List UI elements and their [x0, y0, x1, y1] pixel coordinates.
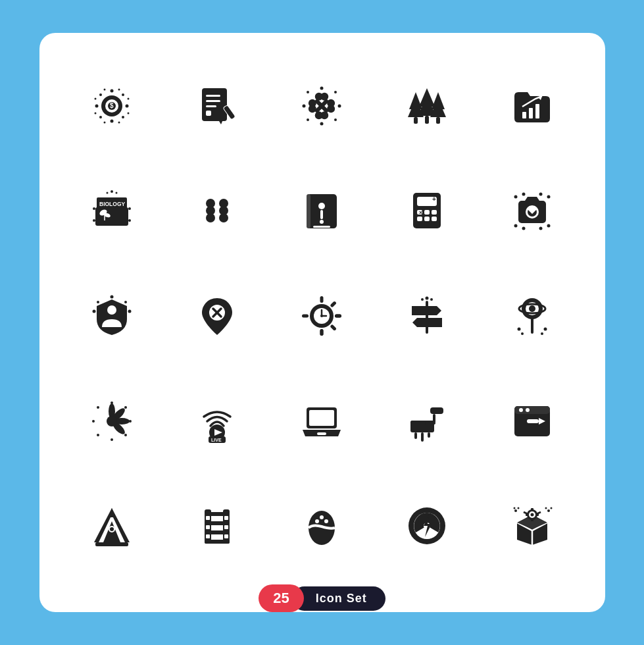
svg-point-98 — [539, 193, 542, 196]
svg-point-144 — [111, 401, 113, 404]
icon-nuclear-bolt — [380, 479, 474, 573]
svg-rect-78 — [307, 194, 310, 228]
icon-gear-clock — [276, 269, 369, 363]
svg-point-7 — [126, 104, 129, 107]
svg-rect-164 — [414, 432, 417, 439]
icon-camera-heart — [485, 165, 579, 258]
svg-point-106 — [128, 310, 132, 313]
svg-point-146 — [92, 420, 95, 423]
icon-planet-lollipop — [485, 269, 579, 363]
main-card: $ — [39, 33, 605, 612]
icon-easter-egg — [276, 479, 369, 573]
svg-point-136 — [521, 332, 524, 335]
svg-point-208 — [514, 509, 517, 512]
svg-rect-161 — [430, 407, 443, 414]
svg-point-81 — [320, 220, 324, 224]
svg-point-8 — [99, 93, 102, 96]
svg-rect-206 — [526, 513, 528, 516]
svg-point-9 — [122, 93, 124, 96]
svg-rect-24 — [206, 111, 211, 116]
svg-rect-182 — [205, 512, 230, 516]
icon-signpost — [380, 269, 474, 363]
svg-rect-207 — [536, 513, 539, 516]
svg-rect-21 — [206, 95, 220, 97]
svg-point-203 — [530, 513, 533, 517]
svg-point-138 — [541, 332, 543, 335]
svg-rect-50 — [425, 116, 429, 124]
svg-point-133 — [529, 305, 535, 312]
svg-rect-58 — [95, 207, 128, 226]
svg-point-211 — [547, 509, 550, 512]
svg-point-5 — [111, 119, 114, 122]
svg-point-137 — [543, 328, 547, 331]
svg-rect-54 — [522, 112, 526, 118]
svg-rect-165 — [421, 432, 424, 442]
badge-bar: 25 Icon Set — [259, 584, 385, 612]
svg-point-105 — [93, 310, 96, 313]
svg-point-209 — [517, 507, 519, 509]
svg-point-75 — [206, 213, 215, 222]
svg-rect-82 — [313, 226, 330, 228]
icon-trees-forest — [380, 59, 474, 153]
icon-location-x — [170, 269, 264, 363]
svg-point-70 — [128, 219, 131, 222]
svg-point-193 — [315, 519, 319, 523]
svg-point-97 — [547, 195, 550, 199]
svg-rect-186 — [206, 516, 210, 520]
svg-rect-117 — [330, 301, 337, 308]
svg-rect-88 — [417, 217, 422, 221]
svg-point-13 — [118, 88, 120, 90]
svg-point-143 — [107, 416, 117, 426]
svg-point-148 — [97, 406, 99, 409]
svg-rect-53 — [436, 117, 440, 124]
svg-point-94 — [522, 193, 525, 196]
svg-rect-190 — [224, 525, 228, 529]
icon-calculator: + × — [380, 165, 474, 258]
svg-point-107 — [97, 301, 99, 303]
svg-point-19 — [118, 121, 120, 123]
icon-browser-arrow — [485, 374, 579, 468]
svg-point-15 — [128, 97, 130, 99]
icon-live-stream: LIVE — [170, 374, 264, 468]
svg-point-37 — [320, 86, 324, 90]
icon-rocket-pyramid — [66, 479, 159, 573]
svg-point-195 — [320, 515, 324, 519]
svg-rect-20 — [202, 88, 227, 121]
svg-point-128 — [421, 298, 424, 301]
svg-point-18 — [104, 121, 106, 123]
svg-rect-162 — [433, 414, 435, 423]
svg-point-96 — [522, 227, 525, 230]
svg-point-109 — [107, 305, 116, 315]
svg-text:LIVE: LIVE — [211, 438, 222, 442]
svg-point-149 — [124, 406, 127, 409]
svg-rect-47 — [414, 117, 418, 124]
svg-point-65 — [116, 192, 118, 194]
svg-point-6 — [95, 104, 99, 107]
icon-set-label: Icon Set — [292, 586, 385, 611]
svg-point-147 — [129, 420, 132, 423]
svg-point-11 — [122, 116, 124, 118]
svg-rect-90 — [432, 217, 437, 221]
svg-point-4 — [111, 89, 114, 92]
svg-point-17 — [128, 112, 130, 114]
svg-rect-87 — [432, 210, 437, 215]
icon-flower-star — [66, 374, 159, 468]
svg-rect-80 — [320, 210, 323, 219]
svg-point-145 — [111, 438, 113, 441]
svg-rect-187 — [206, 525, 210, 529]
icon-six-dots — [170, 165, 264, 258]
svg-rect-22 — [206, 100, 220, 102]
svg-rect-205 — [531, 519, 533, 521]
svg-text:$: $ — [110, 102, 114, 109]
svg-point-127 — [426, 297, 429, 300]
svg-point-76 — [219, 213, 228, 222]
svg-rect-157 — [309, 410, 334, 426]
svg-rect-171 — [527, 419, 539, 423]
svg-rect-189 — [224, 516, 228, 520]
svg-point-68 — [128, 207, 131, 210]
svg-point-210 — [513, 507, 515, 509]
svg-rect-183 — [205, 521, 230, 525]
svg-rect-89 — [424, 217, 430, 221]
svg-rect-158 — [317, 432, 326, 435]
svg-point-194 — [324, 519, 328, 523]
